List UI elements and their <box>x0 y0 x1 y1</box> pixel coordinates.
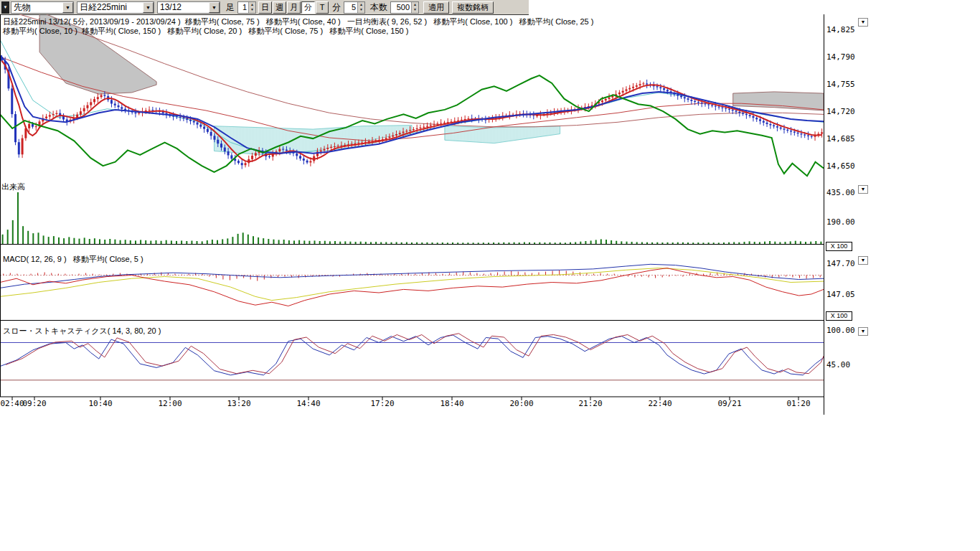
contract-month-select[interactable]: 13/12 ▼ <box>157 1 220 14</box>
interval-spinner-value: 5 <box>344 2 357 13</box>
contract-month-value: 13/12 <box>158 2 209 12</box>
apply-button[interactable]: 適用 <box>423 1 449 14</box>
volume-axis-multiplier: X 100 <box>826 242 852 251</box>
bars-count-label: 本数 <box>370 1 387 14</box>
time-axis-label: 13:20 <box>227 399 250 408</box>
minute-spinner-value: 1 <box>238 2 248 13</box>
spin-up-icon[interactable]: ▲ <box>358 2 364 7</box>
axis-tick-label: 14,685 <box>826 134 855 143</box>
axis-tick-label: 45.00 <box>826 360 850 369</box>
corner-dropdown[interactable]: ▼ <box>1 1 9 14</box>
axis-tick-label: 190.00 <box>826 217 855 227</box>
symbol-select[interactable]: 日経225mini ▼ <box>77 1 154 14</box>
bars-count-value: 500 <box>391 2 411 13</box>
time-axis-label: 18:40 <box>440 399 463 408</box>
symbol-select-value: 日経225mini <box>77 1 143 14</box>
volume-panel-scroll-down-button[interactable]: ▼ <box>858 185 868 194</box>
axis-tick-label: 14,825 <box>826 25 855 34</box>
axis-tick-label: 100.00 <box>826 326 855 335</box>
period-button-weekly[interactable]: 週 <box>273 1 286 14</box>
main-chart-legend-line2: 移動平均( Close, 10 ) 移動平均( Close, 150 ) 移動平… <box>3 26 408 37</box>
time-axis-label: 09:20 <box>22 399 46 408</box>
macd-axis-multiplier: X 100 <box>826 311 852 321</box>
multi-symbol-button[interactable]: 複数銘柄 <box>452 1 494 14</box>
toolbar: ▼ 先物 ▼ 日経225mini ▼ 13/12 ▼ 足 1 ▲ ▼ 日 週 月… <box>0 0 529 15</box>
chevron-down-icon[interactable]: ▼ <box>62 2 73 13</box>
time-axis: 02:4009:2010:4012:0013:2014:4017:2018:40… <box>0 399 824 409</box>
period-button-tick[interactable]: T <box>316 1 329 14</box>
axis-tick-label: 14,720 <box>826 107 855 116</box>
volume-panel-label: 出来高 <box>1 182 25 192</box>
chart-canvas[interactable] <box>0 14 824 402</box>
axis-tick-label: 14,790 <box>826 52 855 62</box>
time-axis-label: 20:00 <box>509 399 533 408</box>
spin-up-icon[interactable]: ▲ <box>249 2 255 7</box>
time-axis-label: 10:40 <box>88 399 112 408</box>
stochastics-panel-scroll-down-button[interactable]: ▼ <box>858 327 868 336</box>
spinner-buttons[interactable]: ▲ ▼ <box>357 2 364 13</box>
axis-tick-label: 147.70 <box>826 259 855 268</box>
time-axis-label: 17:20 <box>370 399 394 408</box>
bar-type-label: 足 <box>226 1 235 14</box>
category-select-value: 先物 <box>11 1 62 14</box>
time-axis-label: 21:20 <box>578 399 602 408</box>
spin-down-icon[interactable]: ▼ <box>358 7 364 12</box>
spin-down-icon[interactable]: ▼ <box>412 7 418 12</box>
axis-tick-label: 14,755 <box>826 80 855 89</box>
chart-right-border <box>824 14 824 415</box>
right-price-axis: 14,82514,79014,75514,72014,68514,650435.… <box>826 0 870 551</box>
chevron-down-icon[interactable]: ▼ <box>209 2 220 13</box>
minute-unit-label: 分 <box>332 1 341 14</box>
stochastics-panel-legend: スロー・ストキャスティクス( 14, 3, 80, 20 ) <box>3 326 161 336</box>
axis-tick-label: 435.00 <box>826 188 855 197</box>
time-axis-label: 12:00 <box>158 399 182 408</box>
spinner-buttons[interactable]: ▲ ▼ <box>411 2 418 13</box>
category-select[interactable]: 先物 ▼ <box>11 1 74 14</box>
axis-tick-label: 147.05 <box>826 290 855 299</box>
period-button-monthly[interactable]: 月 <box>287 1 301 14</box>
period-button-daily[interactable]: 日 <box>258 1 272 14</box>
spinner-buttons[interactable]: ▲ ▼ <box>248 2 255 13</box>
bars-count-spinner[interactable]: 500 ▲ ▼ <box>390 1 419 14</box>
time-axis-label: 14:40 <box>296 399 320 408</box>
minute-spinner[interactable]: 1 ▲ ▼ <box>237 1 256 14</box>
chevron-down-icon: ▼ <box>4 5 8 9</box>
time-axis-label: 01:20 <box>786 399 810 408</box>
time-axis-label: 22:40 <box>648 399 672 408</box>
macd-panel-scroll-down-button[interactable]: ▼ <box>858 256 868 265</box>
spin-down-icon[interactable]: ▼ <box>249 7 255 12</box>
trading-app-window: { "icons": { "down_arrow": "▼", "down_ar… <box>0 0 980 551</box>
time-axis-label: 09/21 <box>717 399 741 408</box>
chevron-down-icon[interactable]: ▼ <box>143 2 154 13</box>
price-panel-scroll-down-button[interactable]: ▼ <box>858 18 868 27</box>
axis-tick-label: 14,650 <box>826 161 855 171</box>
interval-spinner[interactable]: 5 ▲ ▼ <box>344 1 365 14</box>
spin-up-icon[interactable]: ▲ <box>412 2 418 7</box>
macd-panel-legend: MACD( 12, 26, 9 ) 移動平均( Close, 5 ) <box>3 254 143 265</box>
period-button-minute[interactable]: 分 <box>301 1 315 14</box>
time-axis-label: 02:40 <box>0 399 24 408</box>
